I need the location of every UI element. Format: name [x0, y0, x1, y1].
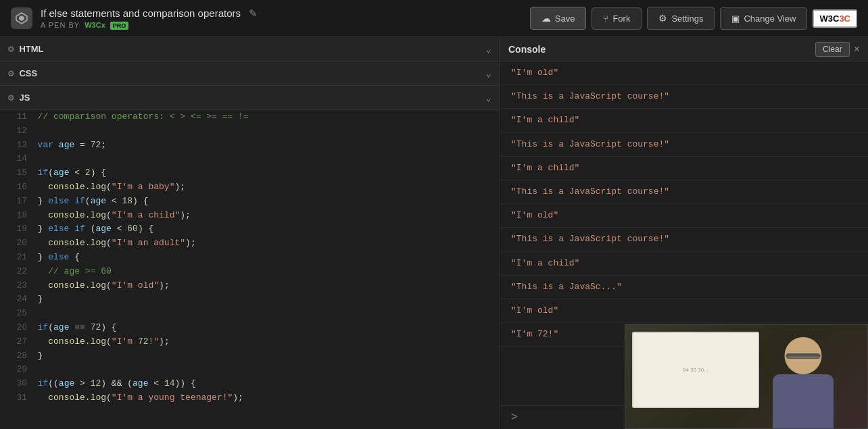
save-icon: ☁: [541, 13, 551, 24]
html-collapse-button[interactable]: ⌄: [486, 43, 491, 55]
change-view-button[interactable]: ▣ Change View: [720, 7, 807, 30]
line-number: 19: [0, 222, 27, 236]
list-item: "This is a JavaScript course!": [500, 133, 868, 157]
js-collapse-button[interactable]: ⌄: [486, 92, 491, 103]
code-line[interactable]: console.log("I'm an adult");: [27, 236, 500, 251]
table-row: 17 } else if(age < 18) {: [0, 195, 500, 209]
line-number: 25: [0, 307, 27, 321]
table-row: 14: [0, 152, 500, 166]
pen-by-label: A PEN BY W3Cx PRO: [41, 21, 530, 29]
table-row: 12: [0, 124, 500, 138]
table-row: 25: [0, 307, 500, 321]
code-line[interactable]: console.log("I'm a young teenager!");: [27, 391, 500, 405]
edit-icon[interactable]: ✎: [249, 7, 258, 19]
code-line[interactable]: [27, 363, 500, 377]
list-item: "This is a JavaSc...": [500, 276, 868, 299]
table-row: 27 console.log("I'm 72!");: [0, 335, 500, 349]
code-line[interactable]: if(age < 2) {: [27, 166, 500, 180]
header: If else statements and comparison operat…: [0, 0, 868, 37]
code-line[interactable]: [27, 307, 500, 321]
clear-button[interactable]: Clear: [815, 42, 850, 57]
line-number: 28: [0, 349, 27, 363]
code-line[interactable]: // comparison operators: < > <= >= == !=: [27, 110, 500, 124]
js-settings-icon[interactable]: ⚙: [8, 92, 14, 103]
console-container: "I'm old""This is a JavaScript course!""…: [500, 61, 868, 429]
list-item: "This is a JavaScript course!": [500, 180, 868, 204]
fork-button[interactable]: ⑂ Fork: [592, 7, 642, 30]
console-panel: Console Clear × "I'm old""This is a Java…: [500, 37, 868, 429]
line-number: 31: [0, 391, 27, 405]
line-number: 29: [0, 363, 27, 377]
close-console-button[interactable]: ×: [854, 43, 860, 55]
code-line[interactable]: console.log("I'm a baby");: [27, 180, 500, 195]
line-number: 27: [0, 335, 27, 349]
main-content: ⚙ HTML ⌄ ⚙ CSS ⌄ ⚙ JS ⌄ 11 // comp: [0, 37, 868, 429]
line-number: 12: [0, 124, 27, 138]
table-row: 11 // comparison operators: < > <= >= ==…: [0, 110, 500, 124]
table-row: 30 if((age > 12) && (age < 14)) {: [0, 377, 500, 391]
line-number: 23: [0, 279, 27, 293]
header-actions: ☁ Save ⑂ Fork ⚙ Settings ▣ Change View W…: [530, 7, 857, 30]
css-panel-title: CSS: [19, 68, 37, 78]
line-number: 15: [0, 166, 27, 180]
table-row: 16 console.log("I'm a baby");: [0, 180, 500, 195]
css-panel-header: ⚙ CSS ⌄: [0, 61, 500, 86]
list-item: "I'm a child": [500, 109, 868, 132]
w3cx-badge: W3C3C: [813, 9, 857, 28]
settings-icon: ⚙: [658, 13, 667, 24]
table-row: 31 console.log("I'm a young teenager!");: [0, 391, 500, 405]
table-row: 13 var age = 72;: [0, 138, 500, 153]
line-number: 26: [0, 321, 27, 335]
code-line[interactable]: [27, 124, 500, 138]
title-text: If else statements and comparison operat…: [41, 7, 241, 19]
table-row: 24 }: [0, 293, 500, 307]
video-person: [752, 327, 854, 428]
code-line[interactable]: console.log("I'm old");: [27, 279, 500, 293]
table-row: 19 } else if (age < 60) {: [0, 222, 500, 236]
settings-button[interactable]: ⚙ Settings: [647, 7, 715, 30]
html-settings-icon[interactable]: ⚙: [8, 43, 14, 55]
code-line[interactable]: } else if(age < 18) {: [27, 195, 500, 209]
list-item: "I'm old": [500, 299, 868, 323]
console-actions: Clear ×: [815, 42, 860, 57]
line-number: 20: [0, 236, 27, 251]
code-line[interactable]: } else if (age < 60) {: [27, 222, 500, 236]
table-row: 22 // age >= 60: [0, 265, 500, 279]
code-line[interactable]: console.log("I'm 72!");: [27, 335, 500, 349]
fork-icon: ⑂: [603, 14, 608, 24]
list-item: "I'm a child": [500, 157, 868, 180]
table-row: 28 }: [0, 349, 500, 363]
line-number: 22: [0, 265, 27, 279]
code-line[interactable]: }: [27, 293, 500, 307]
list-item: "I'm old": [500, 61, 868, 85]
whiteboard: 04 33 30...: [632, 332, 759, 408]
line-number: 17: [0, 195, 27, 209]
css-collapse-button[interactable]: ⌄: [486, 68, 491, 79]
html-panel-header: ⚙ HTML ⌄: [0, 37, 500, 61]
save-button[interactable]: ☁ Save: [530, 7, 587, 30]
css-settings-icon[interactable]: ⚙: [8, 68, 14, 79]
title-area: If else statements and comparison operat…: [41, 7, 530, 29]
codepen-logo: [11, 7, 32, 29]
code-line[interactable]: var age = 72;: [27, 138, 500, 153]
table-row: 20 console.log("I'm an adult");: [0, 236, 500, 251]
code-editor[interactable]: 11 // comparison operators: < > <= >= ==…: [0, 110, 500, 429]
code-line[interactable]: // age >= 60: [27, 265, 500, 279]
html-panel-title: HTML: [19, 44, 43, 54]
code-line[interactable]: }: [27, 349, 500, 363]
list-item: "I'm a child": [500, 252, 868, 276]
editor-panel: ⚙ HTML ⌄ ⚙ CSS ⌄ ⚙ JS ⌄ 11 // comp: [0, 37, 500, 429]
code-line[interactable]: if((age > 12) && (age < 14)) {: [27, 377, 500, 391]
video-overlay: 04 33 30...: [625, 324, 868, 429]
layout-icon: ▣: [731, 14, 740, 24]
code-line[interactable]: } else {: [27, 251, 500, 265]
console-title: Console: [508, 44, 546, 55]
video-placeholder: 04 33 30...: [625, 325, 867, 428]
code-line[interactable]: [27, 152, 500, 166]
code-line[interactable]: if(age == 72) {: [27, 321, 500, 335]
line-number: 24: [0, 293, 27, 307]
js-panel-title: JS: [19, 93, 30, 103]
prompt-symbol: >: [511, 411, 518, 424]
line-number: 16: [0, 180, 27, 195]
code-line[interactable]: console.log("I'm a child");: [27, 209, 500, 223]
